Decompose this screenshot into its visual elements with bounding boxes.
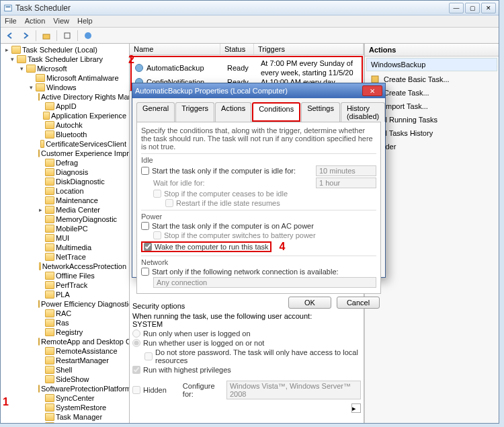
tree-item[interactable]: Active Directory Rights Management: [2, 92, 128, 102]
tab-history[interactable]: History (disabled): [341, 102, 385, 122]
tree-item[interactable]: Multimedia: [2, 243, 128, 252]
close-button[interactable]: ✕: [481, 3, 496, 13]
properties-dialog[interactable]: AutomaticBackup Properties (Local Comput…: [132, 83, 386, 278]
stop-batt-checkbox[interactable]: [153, 231, 161, 239]
cancel-button[interactable]: Cancel: [337, 297, 380, 309]
folder-icon: [45, 413, 54, 421]
tree-item[interactable]: RemoteAssistance: [2, 346, 128, 356]
tree-item[interactable]: ▸Media Center: [2, 205, 128, 215]
tab-conditions[interactable]: Conditions: [252, 102, 300, 122]
menu-file[interactable]: File: [5, 17, 17, 26]
tree-item[interactable]: Offline Files: [2, 271, 128, 280]
hidden-checkbox[interactable]: [132, 386, 140, 394]
tree-item[interactable]: PLA: [2, 290, 128, 299]
titlebar[interactable]: Task Scheduler — ▢ ✕: [1, 1, 499, 15]
idle-minutes-combo[interactable]: 10 minutes: [316, 165, 376, 176]
folder-icon: [45, 328, 54, 336]
folder-icon: [36, 74, 45, 82]
tree-item[interactable]: SyncCenter: [2, 393, 128, 403]
maximize-button[interactable]: ▢: [465, 3, 480, 13]
back-button[interactable]: [3, 29, 17, 42]
menu-action[interactable]: Action: [25, 17, 46, 26]
tab-actions[interactable]: Actions: [215, 102, 251, 122]
stop-idle-checkbox[interactable]: [153, 190, 161, 198]
network-combo[interactable]: Any connection: [153, 277, 376, 288]
tree-item[interactable]: SideShow: [2, 375, 128, 384]
forward-button[interactable]: [19, 29, 32, 42]
tree-item[interactable]: Task Manager: [2, 412, 128, 422]
menu-view[interactable]: View: [53, 17, 69, 26]
tree-item[interactable]: Customer Experience Improvement P: [2, 149, 128, 158]
tree-item[interactable]: Registry: [2, 327, 128, 337]
no-store-checkbox[interactable]: [144, 352, 153, 360]
tree-item[interactable]: SoftwareProtectionPlatform: [2, 384, 128, 393]
run-logged-on-radio[interactable]: [132, 329, 140, 338]
refresh-button[interactable]: [60, 29, 74, 42]
tree-item[interactable]: RemoteApp and Desktop Connection: [2, 337, 128, 346]
app-icon: [3, 3, 13, 13]
tab-triggers[interactable]: Triggers: [175, 102, 214, 122]
task-row[interactable]: AutomaticBackupReadyAt 7:00 PM every Sun…: [133, 59, 360, 77]
ok-button[interactable]: OK: [288, 297, 331, 309]
tree-item[interactable]: MUI: [2, 233, 128, 243]
col-name[interactable]: Name: [130, 44, 220, 54]
tree-item[interactable]: Diagnosis: [2, 167, 128, 177]
power-group: Power Start the task only if the compute…: [141, 210, 376, 253]
tree-item[interactable]: DiskDiagnostic: [2, 177, 128, 186]
run-whether-radio[interactable]: [132, 339, 140, 347]
menu-help[interactable]: Help: [77, 17, 93, 26]
minimize-button[interactable]: —: [449, 3, 464, 13]
tree-item[interactable]: Autochk: [2, 120, 128, 130]
tree-item[interactable]: MemoryDiagnostic: [2, 215, 128, 224]
tab-general[interactable]: General: [136, 102, 175, 122]
tree-item[interactable]: CertificateServicesClient: [2, 139, 128, 149]
tree-item[interactable]: Shell: [2, 365, 128, 375]
tree-item[interactable]: NetworkAccessProtection: [2, 262, 128, 271]
tree-item[interactable]: Power Efficiency Diagnostics: [2, 299, 128, 309]
tree-item[interactable]: Location: [2, 186, 128, 196]
wake-checkbox[interactable]: [144, 243, 152, 251]
toolbar: [1, 28, 499, 44]
tree-item[interactable]: Ras: [2, 318, 128, 327]
sec-user: SYSTEM: [132, 320, 361, 328]
highest-checkbox[interactable]: [132, 366, 140, 374]
tree-item[interactable]: Maintenance: [2, 196, 128, 205]
tree-windows[interactable]: ▾Windows: [2, 83, 128, 92]
tree-item[interactable]: RAC: [2, 309, 128, 318]
tree-item[interactable]: AppID: [2, 102, 128, 111]
ac-checkbox[interactable]: [141, 222, 149, 230]
tree-pane[interactable]: ▸Task Scheduler (Local) ▾Task Scheduler …: [1, 44, 130, 423]
folder-icon: [45, 215, 54, 223]
col-triggers[interactable]: Triggers: [254, 44, 364, 54]
network-group: Network Start only if the following netw…: [141, 256, 376, 288]
tree-item[interactable]: PerfTrack: [2, 280, 128, 290]
dialog-close-button[interactable]: ✕: [362, 85, 382, 96]
wake-highlight: Wake the computer to run this task: [141, 241, 271, 252]
dialog-titlebar[interactable]: AutomaticBackup Properties (Local Comput…: [132, 83, 385, 98]
tree-item[interactable]: Bluetooth: [2, 130, 128, 139]
tree-item[interactable]: RestartManager: [2, 356, 128, 365]
wait-idle-combo[interactable]: 1 hour: [316, 178, 376, 188]
tree-antimalware[interactable]: Microsoft Antimalware: [2, 73, 128, 83]
tree-root-item[interactable]: ▸Task Scheduler (Local): [2, 45, 128, 54]
tree-item[interactable]: NetTrace: [2, 252, 128, 262]
list-header[interactable]: Name Status Triggers: [130, 44, 364, 55]
tree-item[interactable]: Tcpip: [2, 422, 128, 423]
tree-microsoft[interactable]: ▾Microsoft: [2, 64, 128, 73]
tree-item[interactable]: Defrag: [2, 158, 128, 167]
start-idle-checkbox[interactable]: [141, 167, 149, 175]
menubar[interactable]: File Action View Help: [1, 15, 499, 28]
tree-item[interactable]: SystemRestore: [2, 403, 128, 412]
up-button[interactable]: [40, 29, 53, 42]
tree-item[interactable]: Application Experience: [2, 111, 128, 120]
scroll-right[interactable]: ▸: [351, 403, 361, 413]
config-for-combo[interactable]: Windows Vista™, Windows Server™ 2008: [226, 381, 361, 399]
col-status[interactable]: Status: [220, 44, 254, 54]
tab-settings[interactable]: Settings: [301, 102, 340, 122]
network-checkbox[interactable]: [141, 268, 149, 276]
tree-item[interactable]: MobilePC: [2, 224, 128, 233]
restart-idle-checkbox[interactable]: [165, 199, 173, 207]
tree-library[interactable]: ▾Task Scheduler Library: [2, 54, 128, 64]
sec-desc: When running the task, use the following…: [132, 312, 361, 320]
help-button[interactable]: [81, 29, 95, 42]
